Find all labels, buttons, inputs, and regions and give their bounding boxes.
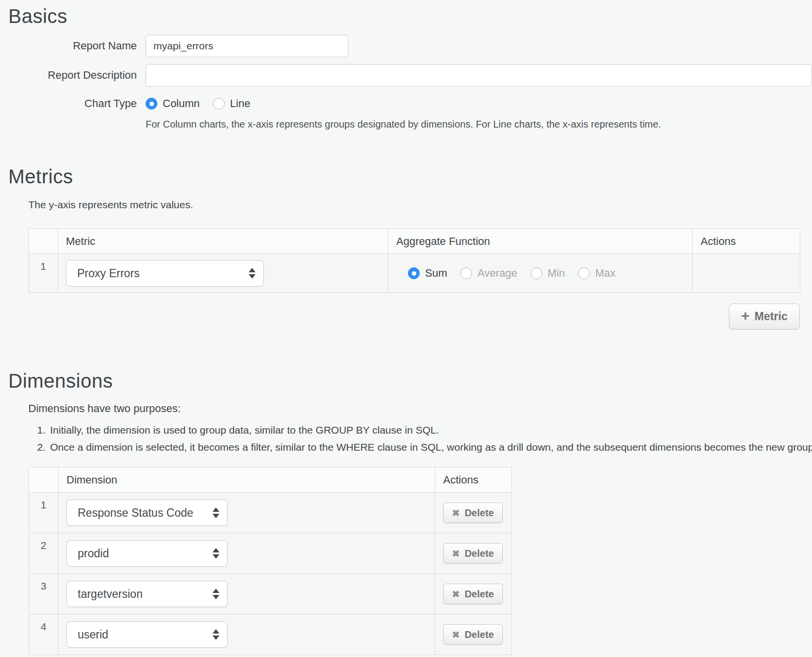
metric-select[interactable]: Proxy Errors <box>66 260 264 286</box>
chart-type-option-column[interactable]: Column <box>146 97 200 110</box>
aggregate-option-sum[interactable]: Sum <box>408 267 447 280</box>
report-description-row: Report Description <box>0 64 812 87</box>
delete-button-label: Delete <box>465 548 494 559</box>
purpose-text: Once a dimension is selected, it becomes… <box>50 441 812 453</box>
dimension-actions-cell: ✖ Delete <box>435 493 512 533</box>
delete-dimension-button-2[interactable]: ✖ Delete <box>443 543 503 564</box>
aggregate-option-min[interactable]: Min <box>531 267 565 280</box>
aggregate-min-label[interactable]: Min <box>548 267 565 280</box>
purpose-number: 1. <box>37 424 46 436</box>
dimensions-header-dimension: Dimension <box>59 467 435 493</box>
report-description-input[interactable] <box>146 64 812 87</box>
aggregate-average-label[interactable]: Average <box>477 267 517 280</box>
delete-dimension-button-3[interactable]: ✖ Delete <box>443 584 503 604</box>
metric-actions-cell <box>693 254 800 293</box>
add-metric-button-row: + Metric <box>0 304 800 329</box>
delete-button-label: Delete <box>465 589 494 600</box>
delete-dimension-button-1[interactable]: ✖ Delete <box>443 503 503 523</box>
dimension-select-value: targetversion <box>78 588 143 601</box>
metrics-header-aggregate: Aggregate Function <box>388 229 693 254</box>
dimension-row-4: 4 userid ✖ Delete <box>29 614 512 655</box>
dimensions-intro: Dimensions have two purposes: <box>28 402 812 415</box>
chart-type-line-label[interactable]: Line <box>230 97 251 110</box>
dimensions-section-title: Dimensions <box>8 370 812 393</box>
basics-section-title: Basics <box>8 5 812 28</box>
radio-selected-icon[interactable] <box>146 98 157 110</box>
aggregate-radio-group: Sum Average Min Max <box>396 267 684 280</box>
radio-unselected-icon[interactable] <box>460 267 472 279</box>
dimension-row-number: 3 <box>29 574 59 614</box>
aggregate-max-label[interactable]: Max <box>595 267 616 280</box>
metrics-header-actions: Actions <box>693 229 800 254</box>
metric-select-value: Proxy Errors <box>77 267 140 280</box>
report-name-label: Report Name <box>0 40 146 52</box>
dimension-select-value: prodid <box>78 547 109 560</box>
dimension-select-2[interactable]: prodid <box>66 540 228 567</box>
metrics-header-number <box>29 229 58 254</box>
aggregate-option-max[interactable]: Max <box>578 267 616 280</box>
purpose-number: 2. <box>37 441 46 453</box>
x-mark-icon: ✖ <box>452 508 460 518</box>
dimension-row-number: 2 <box>29 533 59 574</box>
radio-unselected-icon[interactable] <box>578 267 590 279</box>
up-down-arrows-icon <box>213 589 219 599</box>
radio-unselected-icon[interactable] <box>531 267 542 279</box>
dimensions-header-actions: Actions <box>435 467 512 493</box>
dimension-select-4[interactable]: userid <box>66 621 228 648</box>
dimensions-table-header-row: Dimension Actions <box>29 467 512 493</box>
dimension-row-2: 2 prodid ✖ Delete <box>29 533 512 574</box>
report-description-label: Report Description <box>0 69 146 82</box>
chart-type-label: Chart Type <box>0 97 146 110</box>
purpose-text: Initially, the dimension is used to grou… <box>50 424 439 436</box>
up-down-arrows-icon <box>213 548 219 559</box>
dimension-select-1[interactable]: Response Status Code <box>66 500 228 526</box>
dimensions-header-number <box>29 467 59 493</box>
purpose-item-1: 1.Initially, the dimension is used to gr… <box>37 421 812 438</box>
dimension-select-cell: targetversion <box>59 574 435 614</box>
chart-type-option-line[interactable]: Line <box>213 97 251 110</box>
delete-button-label: Delete <box>465 507 494 519</box>
dimensions-purpose-list: 1.Initially, the dimension is used to gr… <box>37 421 812 456</box>
aggregate-option-average[interactable]: Average <box>460 267 517 280</box>
report-name-row: Report Name <box>0 35 812 57</box>
delete-dimension-button-4[interactable]: ✖ Delete <box>443 624 503 645</box>
dimension-select-value: userid <box>78 628 108 641</box>
dimension-actions-cell: ✖ Delete <box>435 614 512 655</box>
radio-unselected-icon[interactable] <box>213 98 225 110</box>
chart-type-row: Chart Type Column Line <box>0 97 812 110</box>
up-down-arrows-icon <box>213 507 219 518</box>
dimension-select-cell: Response Status Code <box>59 493 435 533</box>
dimension-select-3[interactable]: targetversion <box>66 581 228 607</box>
chart-type-column-label[interactable]: Column <box>163 97 200 110</box>
add-metric-button[interactable]: + Metric <box>729 304 800 329</box>
metrics-table-header-row: Metric Aggregate Function Actions <box>29 229 800 254</box>
dimensions-table: Dimension Actions 1 Response Status Code… <box>28 467 512 655</box>
delete-button-label: Delete <box>465 629 494 640</box>
dimension-row-1: 1 Response Status Code ✖ Delete <box>29 493 512 533</box>
dimension-actions-cell: ✖ Delete <box>435 574 512 614</box>
metrics-header-metric: Metric <box>58 229 388 254</box>
metrics-table-row: 1 Proxy Errors Sum Average <box>29 254 800 293</box>
chart-type-help-text: For Column charts, the x-axis represents… <box>146 119 812 130</box>
metrics-table: Metric Aggregate Function Actions 1 Prox… <box>28 228 800 293</box>
dimension-select-cell: prodid <box>59 533 435 574</box>
dimension-row-3: 3 targetversion ✖ Delete <box>29 574 512 614</box>
metrics-section-title: Metrics <box>8 165 812 188</box>
add-metric-button-label: Metric <box>754 310 788 323</box>
metric-select-cell: Proxy Errors <box>58 254 388 293</box>
purpose-item-2: 2.Once a dimension is selected, it becom… <box>37 438 812 456</box>
up-down-arrows-icon <box>249 268 256 279</box>
aggregate-sum-label[interactable]: Sum <box>425 267 447 280</box>
dimension-select-cell: userid <box>59 614 435 655</box>
basics-form: Report Name Report Description Chart Typ… <box>0 35 812 130</box>
radio-selected-icon[interactable] <box>408 267 420 279</box>
metrics-subtitle: The y-axis represents metric values. <box>28 199 812 211</box>
x-mark-icon: ✖ <box>452 630 460 639</box>
x-mark-icon: ✖ <box>452 549 460 558</box>
report-name-input[interactable] <box>146 35 348 57</box>
dimension-select-value: Response Status Code <box>78 506 193 520</box>
aggregate-cell: Sum Average Min Max <box>388 254 693 293</box>
x-mark-icon: ✖ <box>452 590 460 599</box>
dimension-actions-cell: ✖ Delete <box>435 533 512 574</box>
dimension-row-number: 4 <box>29 614 59 655</box>
